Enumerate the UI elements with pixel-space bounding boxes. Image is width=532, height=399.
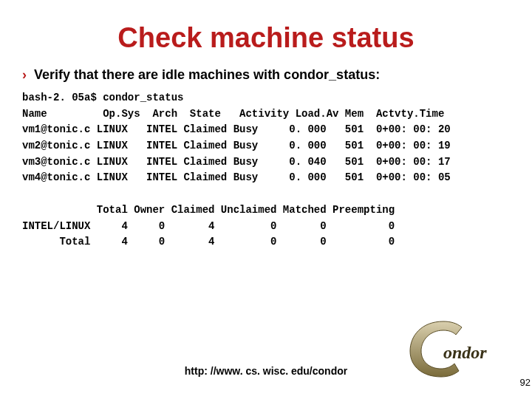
summary-row: INTEL/LINUX 4 0 4 0 0 0 (22, 220, 395, 232)
summary-header: Total Owner Claimed Unclaimed Matched Pr… (22, 204, 395, 216)
prompt-line: bash-2. 05a$ condor_status (22, 92, 183, 103)
header-line: Name Op.Sys Arch State Activity Load.Av … (22, 108, 444, 120)
svg-text:ondor: ondor (443, 343, 487, 362)
slide-title: Check machine status (22, 22, 510, 54)
data-row: vm1@tonic.c LINUX INTEL Claimed Busy 0. … (22, 123, 451, 135)
data-row: vm4@tonic.c LINUX INTEL Claimed Busy 0. … (22, 171, 451, 183)
bullet-item: › Verify that there are idle machines wi… (22, 67, 510, 83)
footer-url: http: //www. cs. wisc. edu/condor (0, 365, 532, 377)
page-number: 92 (520, 377, 531, 388)
bullet-marker: › (22, 67, 27, 83)
summary-row: Total 4 0 4 0 0 0 (22, 236, 395, 248)
data-row: vm3@tonic.c LINUX INTEL Claimed Busy 0. … (22, 156, 451, 168)
bullet-text: Verify that there are idle machines with… (34, 67, 380, 83)
data-row: vm2@tonic.c LINUX INTEL Claimed Busy 0. … (22, 140, 451, 151)
slide-container: Check machine status › Verify that there… (0, 0, 532, 250)
terminal-output: bash-2. 05a$ condor_status Name Op.Sys A… (22, 90, 510, 250)
